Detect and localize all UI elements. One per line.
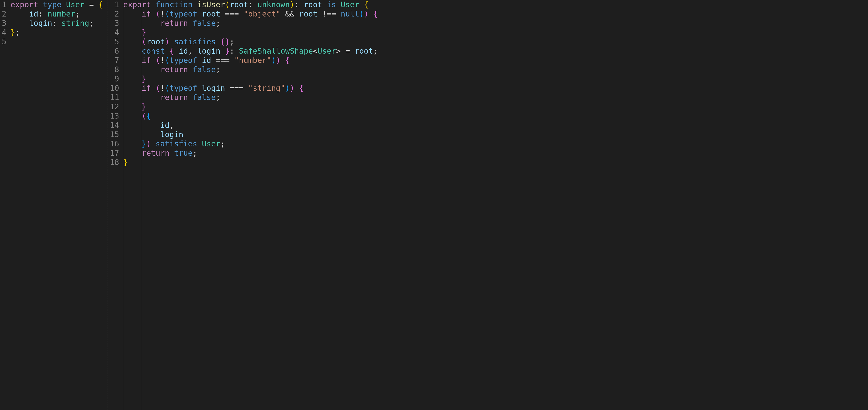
token-p bbox=[169, 148, 174, 157]
code-line[interactable]: return false; bbox=[123, 19, 868, 28]
token-op: : bbox=[230, 47, 234, 55]
code-line[interactable]: return false; bbox=[123, 65, 868, 74]
token-exp: export bbox=[10, 0, 43, 9]
code-line[interactable]: if (!(typeof id === "number")) { bbox=[123, 56, 868, 65]
token-str: "object" bbox=[243, 9, 281, 18]
code-line[interactable]: } bbox=[123, 158, 868, 167]
code-line[interactable]: login bbox=[123, 130, 868, 139]
code-area-left[interactable]: export type User = { id: number; login: … bbox=[10, 0, 107, 410]
token-p bbox=[188, 93, 193, 102]
token-p bbox=[94, 0, 98, 9]
code-line[interactable]: login: string; bbox=[10, 19, 107, 28]
line-number: 9 bbox=[110, 74, 119, 84]
token-op: : bbox=[294, 0, 299, 9]
token-yb: { bbox=[98, 0, 103, 9]
token-exp: return bbox=[142, 148, 169, 157]
token-kw: satisfies bbox=[156, 139, 197, 148]
code-area-right[interactable]: export function isUser(root: unknown): r… bbox=[123, 0, 868, 410]
token-p: < bbox=[313, 47, 317, 55]
token-p bbox=[294, 84, 299, 92]
token-yb: ( bbox=[225, 0, 229, 9]
token-p: , bbox=[188, 47, 197, 55]
token-op: === bbox=[225, 9, 239, 18]
code-line[interactable]: if (!(typeof root === "object" && root !… bbox=[123, 9, 868, 19]
token-op: ! bbox=[160, 56, 165, 65]
token-bb: ) bbox=[271, 56, 276, 65]
token-yb: ) bbox=[290, 0, 294, 9]
token-op: : bbox=[52, 19, 57, 28]
token-p bbox=[253, 0, 257, 9]
token-pb: { bbox=[373, 9, 378, 18]
line-number: 11 bbox=[110, 93, 119, 102]
token-kw: type bbox=[43, 0, 66, 9]
line-number: 16 bbox=[110, 139, 119, 148]
line-number: 1 bbox=[110, 0, 119, 9]
code-line[interactable]: return true; bbox=[123, 148, 868, 158]
token-ty: string bbox=[61, 19, 89, 28]
token-op: = bbox=[89, 0, 94, 9]
token-p bbox=[239, 9, 243, 18]
code-line[interactable] bbox=[10, 37, 107, 47]
token-op: && bbox=[285, 9, 294, 18]
code-line[interactable]: }; bbox=[10, 28, 107, 37]
token-p bbox=[165, 47, 169, 55]
token-bb: ( bbox=[165, 9, 169, 18]
token-pb: ( bbox=[156, 9, 160, 18]
line-number-gutter: 12345 bbox=[0, 0, 10, 410]
code-line[interactable]: export function isUser(root: unknown): r… bbox=[123, 0, 868, 9]
token-p bbox=[225, 84, 229, 92]
token-p bbox=[85, 0, 89, 9]
line-number: 2 bbox=[110, 9, 119, 19]
token-cnst: false bbox=[193, 93, 216, 102]
token-pb: { bbox=[299, 84, 304, 92]
token-pb: } bbox=[142, 102, 146, 111]
token-bb: ( bbox=[165, 56, 169, 65]
token-bb: ) bbox=[359, 9, 364, 18]
token-p: ; bbox=[230, 37, 234, 46]
line-number: 5 bbox=[110, 37, 119, 47]
code-line[interactable]: id, bbox=[123, 121, 868, 130]
code-line[interactable]: export type User = { bbox=[10, 0, 107, 9]
code-line[interactable]: const { id, login }: SafeShallowShape<Us… bbox=[123, 47, 868, 56]
token-p bbox=[294, 9, 299, 18]
line-number: 17 bbox=[110, 148, 119, 158]
line-number: 2 bbox=[2, 9, 6, 19]
token-p bbox=[220, 9, 225, 18]
token-id: id bbox=[29, 9, 38, 18]
token-p bbox=[123, 130, 160, 139]
token-id: root bbox=[146, 37, 165, 46]
token-p bbox=[151, 9, 156, 18]
code-line[interactable]: (root) satisfies {}; bbox=[123, 37, 868, 47]
line-number: 8 bbox=[110, 65, 119, 74]
token-p: ; bbox=[373, 47, 378, 55]
token-p bbox=[10, 9, 29, 18]
token-id: root bbox=[299, 9, 318, 18]
code-line[interactable]: }) satisfies User; bbox=[123, 139, 868, 148]
token-kw: function bbox=[156, 0, 197, 9]
token-p bbox=[281, 56, 285, 65]
token-op: ! bbox=[160, 84, 165, 92]
token-id: login bbox=[29, 19, 52, 28]
code-line[interactable]: if (!(typeof login === "string")) { bbox=[123, 84, 868, 93]
token-pb: ) bbox=[276, 56, 281, 65]
code-line[interactable]: } bbox=[123, 102, 868, 111]
token-p bbox=[322, 0, 327, 9]
token-exp: return bbox=[160, 65, 188, 74]
code-line[interactable]: ({ bbox=[123, 111, 868, 121]
token-pb: { bbox=[285, 56, 290, 65]
token-id: login bbox=[197, 47, 220, 55]
token-id: root bbox=[304, 0, 322, 9]
code-line[interactable]: id: number; bbox=[10, 9, 107, 19]
token-exp: return bbox=[160, 19, 188, 28]
code-line[interactable]: } bbox=[123, 28, 868, 37]
token-pb: ( bbox=[156, 56, 160, 65]
token-cnst: false bbox=[193, 65, 216, 74]
token-kw: satisfies bbox=[174, 37, 216, 46]
token-pb: ) bbox=[290, 84, 294, 92]
token-p bbox=[123, 47, 142, 55]
token-p bbox=[123, 121, 160, 130]
line-number: 12 bbox=[110, 102, 119, 111]
code-line[interactable]: return false; bbox=[123, 93, 868, 102]
code-line[interactable]: } bbox=[123, 74, 868, 84]
token-kw: typeof bbox=[169, 56, 197, 65]
